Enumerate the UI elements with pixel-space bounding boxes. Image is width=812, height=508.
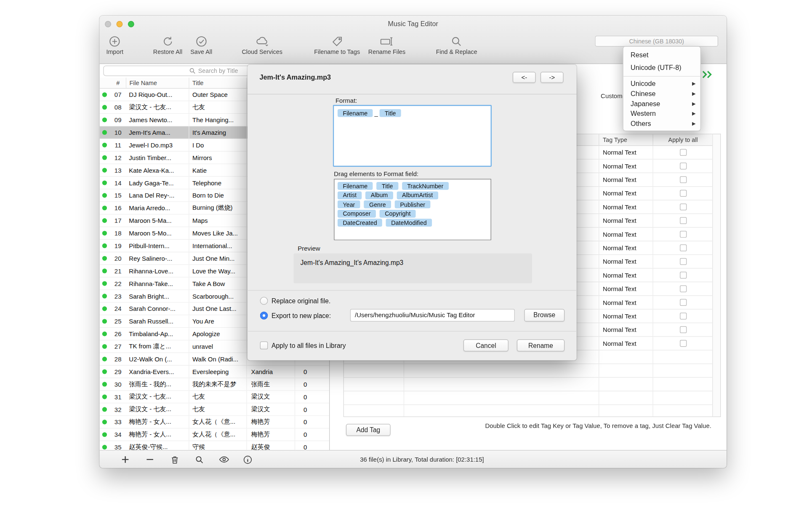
format-element-token[interactable]: AlbumArtist	[397, 191, 438, 199]
format-element-token[interactable]: DateModified	[386, 219, 432, 227]
library-row[interactable]: 30 张雨生 - 我的... 我的未来不是梦 张雨生 0	[100, 378, 329, 391]
menu-item-with-submenu[interactable]: Western ▶	[623, 109, 700, 119]
menu-item-with-submenu[interactable]: Japanese ▶	[623, 99, 700, 109]
row-number: 15	[110, 190, 126, 202]
remove-file-button[interactable]	[144, 453, 156, 466]
menu-item-with-submenu[interactable]: Unicode ▶	[623, 79, 700, 89]
green-double-chevron-icon[interactable]	[701, 70, 713, 80]
format-element-token[interactable]: Album	[365, 191, 393, 199]
format-token-filename[interactable]: Filename	[338, 109, 373, 117]
row-title: I Do	[189, 139, 246, 151]
format-element-token[interactable]: Copyright	[380, 209, 416, 217]
column-header-number[interactable]: #	[110, 78, 126, 88]
library-row[interactable]: 34 梅艳芳 - 女人... 女人花（《意... 梅艳芳 0	[100, 428, 329, 441]
row-title: Born to Die	[189, 190, 246, 202]
replace-original-radio[interactable]	[260, 297, 268, 305]
library-row[interactable]: 32 梁汉文 - 七友... 七友 梁汉文 0	[100, 404, 329, 416]
row-number: 18	[110, 227, 126, 239]
tag-type-cell[interactable]: Normal Text	[599, 187, 653, 200]
column-header-tag-type[interactable]: Tag Type	[599, 134, 653, 145]
format-element-token[interactable]: Title	[377, 182, 398, 190]
row-number: 20	[110, 252, 126, 265]
tag-type-cell[interactable]: Normal Text	[599, 337, 653, 350]
format-element-token[interactable]: DateCreated	[338, 219, 382, 227]
format-token-title[interactable]: Title	[380, 109, 401, 117]
row-title: Love the Way...	[189, 265, 246, 277]
format-element-token[interactable]: Composer	[338, 209, 376, 217]
apply-to-all-checkbox[interactable]	[680, 231, 687, 238]
preview-button[interactable]	[218, 453, 230, 466]
browse-button[interactable]: Browse	[524, 309, 564, 321]
library-row[interactable]: 33 梅艳芳 - 女人... 女人花（《意... 梅艳芳 0	[100, 416, 329, 429]
format-element-token[interactable]: Artist	[338, 191, 362, 199]
previous-file-button[interactable]: <-	[513, 72, 536, 83]
tag-type-cell[interactable]: Normal Text	[599, 146, 653, 159]
apply-to-all-checkbox[interactable]	[680, 163, 687, 169]
column-header-apply-to-all[interactable]: Apply to all	[653, 134, 713, 145]
search-library-button[interactable]	[193, 453, 205, 466]
apply-to-all-checkbox[interactable]	[680, 149, 687, 156]
apply-to-all-checkbox[interactable]	[680, 217, 687, 224]
tag-type-cell[interactable]: Normal Text	[599, 323, 653, 336]
tag-type-cell[interactable]: Normal Text	[599, 227, 653, 241]
apply-to-all-checkbox[interactable]	[680, 244, 687, 251]
cancel-button[interactable]: Cancel	[463, 340, 508, 352]
format-element-token[interactable]: Publisher	[395, 201, 431, 209]
library-row[interactable]: 35 赵英俊-守候... 守候 赵英俊 0	[100, 441, 329, 450]
tag-type-cell[interactable]: Normal Text	[599, 214, 653, 227]
tag-type-cell[interactable]: Normal Text	[599, 269, 653, 282]
encoding-select[interactable]: Chinese (GB 18030)	[595, 36, 718, 47]
apply-to-all-checkbox[interactable]	[680, 190, 687, 197]
row-file-name: Maroon 5-Ma...	[126, 214, 189, 227]
apply-to-all-checkbox[interactable]	[680, 258, 687, 265]
apply-all-files-checkbox[interactable]	[260, 342, 268, 350]
row-number: 11	[110, 139, 126, 151]
rename-button[interactable]: Rename	[517, 340, 564, 352]
tag-type-cell[interactable]: Normal Text	[599, 201, 653, 214]
tag-table-scrollbar[interactable]	[713, 134, 721, 417]
next-file-button[interactable]: ->	[540, 72, 564, 83]
tag-type-cell[interactable]: Normal Text	[599, 255, 653, 268]
menu-item-with-submenu[interactable]: Chinese ▶	[623, 88, 700, 99]
tag-type-cell[interactable]: Normal Text	[599, 282, 653, 295]
apply-to-all-checkbox[interactable]	[680, 299, 687, 306]
toolbar-find-replace-button[interactable]: Find & Replace	[436, 35, 477, 55]
toolbar-restore-all-button[interactable]: Restore All	[153, 35, 182, 55]
export-new-place-radio[interactable]	[260, 312, 268, 320]
column-header-file-name[interactable]: File Name	[126, 78, 189, 88]
column-header-title[interactable]: Title	[189, 78, 246, 88]
toolbar-cloud-services-button[interactable]: Cloud Services	[242, 35, 282, 55]
format-field[interactable]: Filename _ Title	[333, 105, 492, 167]
toolbar-filename-to-tags-button[interactable]: Filename to Tags	[314, 35, 360, 55]
tag-type-cell[interactable]: Normal Text	[599, 241, 653, 254]
tag-type-cell[interactable]: Normal Text	[599, 160, 653, 173]
apply-to-all-checkbox[interactable]	[680, 340, 687, 347]
info-button[interactable]	[241, 453, 254, 466]
menu-item[interactable]: Unicode (UTF-8)	[623, 61, 700, 74]
format-element-token[interactable]: Year	[338, 201, 360, 209]
menu-item-with-submenu[interactable]: Others ▶	[623, 118, 700, 128]
apply-to-all-checkbox[interactable]	[680, 272, 687, 278]
delete-button[interactable]	[168, 453, 181, 466]
library-row[interactable]: 31 梁汉文 - 七友... 七友 梁汉文 0	[100, 391, 329, 404]
tag-type-cell[interactable]: Normal Text	[599, 310, 653, 323]
tag-type-cell[interactable]: Normal Text	[599, 296, 653, 309]
toolbar-import-button[interactable]: Import	[106, 35, 123, 55]
toolbar-rename-files-button[interactable]: Rename Files	[368, 35, 405, 55]
apply-to-all-checkbox[interactable]	[680, 203, 687, 210]
tag-type-cell[interactable]: Normal Text	[599, 173, 653, 186]
library-row[interactable]: 29 Xandria-Evers... Eversleeping Xandria…	[100, 366, 329, 378]
toolbar-save-all-button[interactable]: Save All	[190, 35, 212, 55]
add-file-button[interactable]	[119, 453, 132, 466]
apply-to-all-checkbox[interactable]	[680, 326, 687, 333]
format-element-token[interactable]: Filename	[338, 182, 373, 190]
export-path-input[interactable]: /Users/hengzhuoliu/Music/Music Tag Edito…	[350, 309, 515, 321]
add-tag-button[interactable]: Add Tag	[346, 424, 391, 436]
apply-to-all-checkbox[interactable]	[680, 176, 687, 183]
menu-item[interactable]: Reset	[623, 49, 700, 61]
format-element-token[interactable]: Genre	[364, 201, 391, 209]
apply-to-all-checkbox[interactable]	[680, 285, 687, 292]
apply-to-all-checkbox[interactable]	[680, 313, 687, 319]
row-file-name: James Newto...	[126, 114, 189, 126]
format-element-token[interactable]: TrackNumber	[402, 182, 449, 190]
